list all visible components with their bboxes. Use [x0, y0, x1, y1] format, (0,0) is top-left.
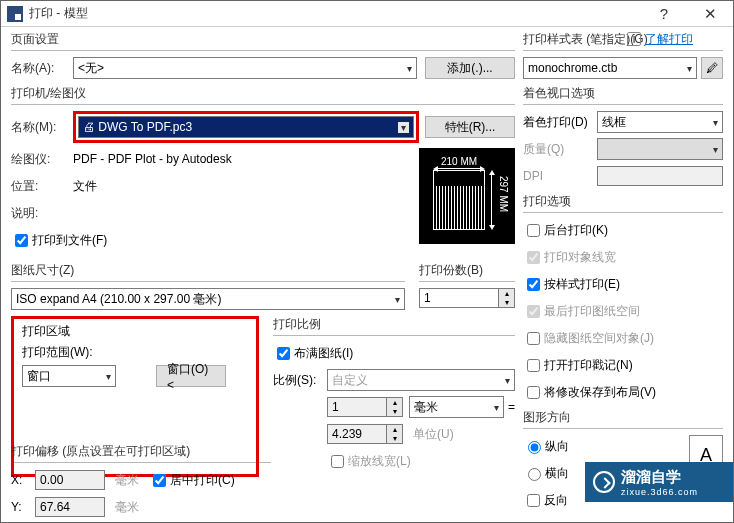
- ratio-label: 比例(S):: [273, 372, 327, 389]
- hide-check: [527, 332, 540, 345]
- dpi-input: [597, 166, 723, 186]
- edit-style-button[interactable]: 🖉: [701, 57, 723, 79]
- paper-size-title: 图纸尺寸(Z): [11, 262, 405, 282]
- paperspace-check: [527, 305, 540, 318]
- print-to-file-label: 打印到文件(F): [32, 232, 107, 249]
- dialog-content: i了解打印 页面设置 名称(A): <无>▾ 添加(.)... 打印机/绘图仪 …: [1, 27, 733, 523]
- left-column: 页面设置 名称(A): <无>▾ 添加(.)... 打印机/绘图仪 名称(M):…: [11, 31, 523, 523]
- watermark-logo: [593, 471, 615, 493]
- scale-unit-select[interactable]: 毫米▾: [409, 396, 504, 418]
- copies-title: 打印份数(B): [419, 262, 515, 282]
- center-check[interactable]: [153, 474, 166, 487]
- help-button[interactable]: ?: [641, 1, 687, 27]
- fit-to-paper-check[interactable]: [277, 347, 290, 360]
- learn-print-link[interactable]: i了解打印: [627, 31, 693, 48]
- landscape-radio[interactable]: [528, 468, 541, 481]
- upside-check[interactable]: [527, 494, 540, 507]
- y-input: 67.64: [35, 497, 105, 517]
- copies-section: 打印份数(B) 1▴▾: [419, 262, 515, 310]
- style-table-select[interactable]: monochrome.ctb▾: [523, 57, 697, 79]
- page-settings-section: 页面设置 名称(A): <无>▾ 添加(.)...: [11, 31, 515, 79]
- printer-section: 打印机/绘图仪 名称(M): 🖨 DWG To PDF.pc3▾ 特性(R)..…: [11, 85, 515, 256]
- print-dialog: 打印 - 模型 ? ✕ i了解打印 页面设置 名称(A): <无>▾ 添加(.)…: [0, 0, 734, 523]
- scale-denom-spinner: ▴▾: [387, 424, 403, 444]
- stamp-check[interactable]: [527, 359, 540, 372]
- name-label: 名称(A):: [11, 60, 73, 77]
- unit2-label: 单位(U): [413, 426, 454, 443]
- scale-denom-input: 4.239: [327, 424, 387, 444]
- bg-check[interactable]: [527, 224, 540, 237]
- printer-props-button[interactable]: 特性(R)...: [425, 116, 515, 138]
- print-what-select[interactable]: 窗口▾: [22, 365, 116, 387]
- add-page-button[interactable]: 添加(.)...: [425, 57, 515, 79]
- paper-size-select[interactable]: ISO expand A4 (210.00 x 297.00 毫米)▾: [11, 288, 405, 310]
- print-to-file-check[interactable]: [15, 234, 28, 247]
- orientation-title: 图形方向: [523, 409, 723, 429]
- dpi-label: DPI: [523, 169, 597, 183]
- options-section: 打印选项 后台打印(K) 打印对象线宽 按样式打印(E) 最后打印图纸空间 隐藏…: [523, 193, 723, 403]
- styles-section: 打印样式表 (笔指定)(G) monochrome.ctb▾ 🖉: [523, 31, 723, 79]
- scale-title: 打印比例: [273, 316, 515, 336]
- titlebar: 打印 - 模型 ? ✕: [1, 1, 733, 27]
- quality-label: 质量(Q): [523, 141, 597, 158]
- shade-select[interactable]: 线框▾: [597, 111, 723, 133]
- fit-to-paper-label: 布满图纸(I): [294, 345, 353, 362]
- scale-num-input: 1: [327, 397, 387, 417]
- plotter-value: PDF - PDF Plot - by Autodesk: [73, 152, 232, 166]
- quality-select: ▾: [597, 138, 723, 160]
- print-what-label: 打印范围(W):: [22, 344, 248, 361]
- shaded-title: 着色视口选项: [523, 85, 723, 105]
- paper-size-section: 图纸尺寸(Z) ISO expand A4 (210.00 x 297.00 毫…: [11, 262, 405, 310]
- shaded-section: 着色视口选项 着色打印(D)线框▾ 质量(Q)▾ DPI: [523, 85, 723, 187]
- portrait-radio[interactable]: [528, 441, 541, 454]
- x-input: 0.00: [35, 470, 105, 490]
- printer-name-select[interactable]: 🖨 DWG To PDF.pc3▾: [78, 116, 414, 138]
- app-icon: [7, 6, 23, 22]
- scale-lw-check: [331, 455, 344, 468]
- options-title: 打印选项: [523, 193, 723, 213]
- copies-input[interactable]: 1: [419, 288, 499, 308]
- y-label: Y:: [11, 500, 35, 514]
- plotter-label: 绘图仪:: [11, 151, 73, 168]
- save-check[interactable]: [527, 386, 540, 399]
- copies-spinner[interactable]: ▴▾: [499, 288, 515, 308]
- paper-preview: 210 MM 297 MM: [419, 148, 515, 244]
- style-check[interactable]: [527, 278, 540, 291]
- printer-name-label: 名称(M):: [11, 119, 73, 136]
- where-value: 文件: [73, 178, 97, 195]
- x-label: X:: [11, 473, 35, 487]
- watermark: 溜溜自学 zixue.3d66.com: [585, 462, 733, 502]
- right-column: 打印样式表 (笔指定)(G) monochrome.ctb▾ 🖉 着色视口选项 …: [523, 31, 723, 523]
- close-button[interactable]: ✕: [687, 1, 733, 27]
- ratio-select: 自定义▾: [327, 369, 515, 391]
- print-area-title: 打印区域: [22, 323, 248, 340]
- shade-label: 着色打印(D): [523, 114, 597, 131]
- lw-check: [527, 251, 540, 264]
- page-name-select[interactable]: <无>▾: [73, 57, 417, 79]
- center-label: 居中打印(C): [170, 472, 235, 489]
- window-title: 打印 - 模型: [29, 5, 641, 22]
- where-label: 位置:: [11, 178, 73, 195]
- page-settings-title: 页面设置: [11, 31, 515, 51]
- scale-lw-label: 缩放线宽(L): [348, 453, 411, 470]
- printer-title: 打印机/绘图仪: [11, 85, 515, 105]
- desc-label: 说明:: [11, 205, 73, 222]
- scale-section: 打印比例 布满图纸(I) 比例(S):自定义▾ 1▴▾毫米▾= 4.239▴▾单…: [273, 316, 515, 477]
- scale-num-spinner: ▴▾: [387, 397, 403, 417]
- window-button[interactable]: 窗口(O)<: [156, 365, 226, 387]
- styles-title: 打印样式表 (笔指定)(G): [523, 31, 723, 51]
